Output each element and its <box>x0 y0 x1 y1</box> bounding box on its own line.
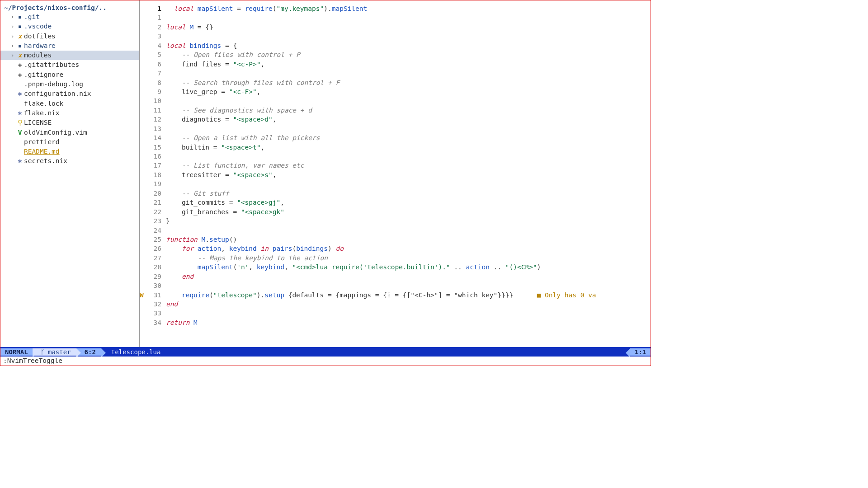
code-line[interactable]: 33 <box>140 309 651 318</box>
code-line[interactable]: 21 git_commits = "<space>gj", <box>140 198 651 207</box>
line-number: 17 <box>146 161 166 170</box>
tree-item-license[interactable]: ⚲LICENSE <box>0 118 139 127</box>
tree-item-prettierd[interactable]: prettierd <box>0 137 139 147</box>
code-content[interactable] <box>166 179 651 188</box>
code-line[interactable]: 1 local mapSilent = require("my.keymaps"… <box>140 4 651 13</box>
code-content[interactable]: -- See diagnostics with space + d <box>166 106 651 115</box>
code-content[interactable]: builtin = "<space>t", <box>166 143 651 152</box>
tree-item-label: prettierd <box>24 137 60 146</box>
code-content[interactable]: end <box>166 272 651 281</box>
code-content[interactable] <box>166 96 651 105</box>
code-line[interactable]: 24 <box>140 226 651 235</box>
code-line[interactable]: 2local M = {} <box>140 23 651 32</box>
code-line[interactable]: 20 -- Git stuff <box>140 189 651 198</box>
tree-item--vscode[interactable]: ›▪.vscode <box>0 22 139 31</box>
tree-item-dotfiles[interactable]: ›xdotfiles <box>0 32 139 41</box>
tree-item-configuration-nix[interactable]: ✱configuration.nix <box>0 89 139 99</box>
command-line[interactable]: :NvimTreeToggle <box>0 357 651 366</box>
tree-item-secrets-nix[interactable]: ✱secrets.nix <box>0 156 139 166</box>
code-line[interactable]: 6 find_files = "<c-P>", <box>140 60 651 69</box>
code-line[interactable]: 32end <box>140 300 651 309</box>
code-content[interactable] <box>166 309 651 318</box>
code-line[interactable]: 18 treesitter = "<space>s", <box>140 170 651 179</box>
code-line[interactable]: 10 <box>140 96 651 105</box>
code-line[interactable]: 22 git_branches = "<space>gk" <box>140 207 651 216</box>
diagnostic-gutter <box>140 23 146 32</box>
code-line[interactable]: 3 <box>140 32 651 41</box>
code-line[interactable]: 34return M <box>140 318 651 327</box>
code-content[interactable]: git_branches = "<space>gk" <box>166 207 651 216</box>
code-content[interactable]: local bindings = { <box>166 41 651 50</box>
cursor-position-right: 1:1 <box>630 348 651 356</box>
code-line[interactable]: W31 require("telescope").setup {defaults… <box>140 291 651 300</box>
filename: telescope.lua <box>101 348 167 356</box>
code-content[interactable]: end <box>166 300 651 309</box>
tree-item-modules[interactable]: ›xmodules <box>0 51 139 60</box>
code-content[interactable] <box>166 124 651 133</box>
code-content[interactable]: function M.setup() <box>166 235 651 244</box>
code-line[interactable]: 13 <box>140 124 651 133</box>
code-line[interactable]: 11 -- See diagnostics with space + d <box>140 106 651 115</box>
code-line[interactable]: 12 diagnotics = "<space>d", <box>140 115 651 124</box>
code-line[interactable]: 15 builtin = "<space>t", <box>140 143 651 152</box>
code-line[interactable]: 28 mapSilent('n', keybind, "<cmd>lua req… <box>140 263 651 272</box>
chevron-icon: › <box>10 22 16 31</box>
code-content[interactable] <box>166 152 651 161</box>
code-content[interactable]: -- Open a list with all the pickers <box>166 133 651 142</box>
code-content[interactable]: live_grep = "<c-F>", <box>166 87 651 96</box>
tree-item--git[interactable]: ›▪.git <box>0 12 139 22</box>
tree-item-hardware[interactable]: ›▪hardware <box>0 41 139 51</box>
tree-item-readme-md[interactable]: README.md <box>0 147 139 156</box>
code-line[interactable]: 17 -- List function, var names etc <box>140 161 651 170</box>
line-number: 25 <box>146 235 166 244</box>
code-line[interactable]: 26 for action, keybind in pairs(bindings… <box>140 244 651 253</box>
editor-pane[interactable]: 1 local mapSilent = require("my.keymaps"… <box>140 0 651 347</box>
code-line[interactable]: 30 <box>140 281 651 290</box>
code-line[interactable]: 23} <box>140 216 651 225</box>
code-content[interactable]: local M = {} <box>166 23 651 32</box>
code-content[interactable]: local mapSilent = require("my.keymaps").… <box>166 4 651 13</box>
code-line[interactable]: 8 -- Search through files with control +… <box>140 78 651 87</box>
code-content[interactable] <box>166 32 651 41</box>
tree-item--pnpm-debug-log[interactable]: .pnpm-debug.log <box>0 80 139 89</box>
code-content[interactable]: for action, keybind in pairs(bindings) d… <box>166 244 651 253</box>
code-content[interactable]: git_commits = "<space>gj", <box>166 198 651 207</box>
code-line[interactable]: 14 -- Open a list with all the pickers <box>140 133 651 142</box>
code-line[interactable]: 9 live_grep = "<c-F>", <box>140 87 651 96</box>
code-content[interactable] <box>166 226 651 235</box>
line-number: 28 <box>146 263 166 272</box>
code-line[interactable]: 7 <box>140 69 651 78</box>
code-content[interactable]: mapSilent('n', keybind, "<cmd>lua requir… <box>166 263 651 272</box>
code-content[interactable] <box>166 13 651 22</box>
code-content[interactable]: -- List function, var names etc <box>166 161 651 170</box>
code-line[interactable]: 1 <box>140 13 651 22</box>
code-line[interactable]: 29 end <box>140 272 651 281</box>
tree-item--gitattributes[interactable]: ◈.gitattributes <box>0 60 139 70</box>
exec-icon: x <box>16 32 24 41</box>
code-content[interactable]: treesitter = "<space>s", <box>166 170 651 179</box>
code-line[interactable]: 16 <box>140 152 651 161</box>
code-line[interactable]: 25function M.setup() <box>140 235 651 244</box>
code-content[interactable] <box>166 281 651 290</box>
code-content[interactable]: -- Open files with control + P <box>166 50 651 59</box>
code-line[interactable]: 4local bindings = { <box>140 41 651 50</box>
code-content[interactable]: -- Maps the keybind to the action <box>166 253 651 263</box>
code-line[interactable]: 27 -- Maps the keybind to the action <box>140 253 651 263</box>
code-content[interactable]: -- Search through files with control + F <box>166 78 651 87</box>
code-line[interactable]: 5 -- Open files with control + P <box>140 50 651 59</box>
code-content[interactable]: return M <box>166 318 651 327</box>
tree-item-oldvimconfig-vim[interactable]: VoldVimConfig.vim <box>0 128 139 137</box>
tree-item-flake-lock[interactable]: flake.lock <box>0 99 139 108</box>
code-content[interactable]: require("telescope").setup {defaults = {… <box>166 291 651 300</box>
code-content[interactable]: } <box>166 216 651 225</box>
code-line[interactable]: 19 <box>140 179 651 188</box>
code-content[interactable]: find_files = "<c-P>", <box>166 60 651 69</box>
code-content[interactable]: diagnotics = "<space>d", <box>166 115 651 124</box>
tree-item-label: README.md <box>24 147 60 156</box>
code-content[interactable]: -- Git stuff <box>166 189 651 198</box>
tree-item-flake-nix[interactable]: ✱flake.nix <box>0 108 139 118</box>
line-number: 15 <box>146 143 166 152</box>
tree-item--gitignore[interactable]: ◈.gitignore <box>0 70 139 80</box>
code-content[interactable] <box>166 69 651 78</box>
file-tree[interactable]: ~/Projects/nixos-config/.. ›▪.git›▪.vsco… <box>0 0 140 347</box>
